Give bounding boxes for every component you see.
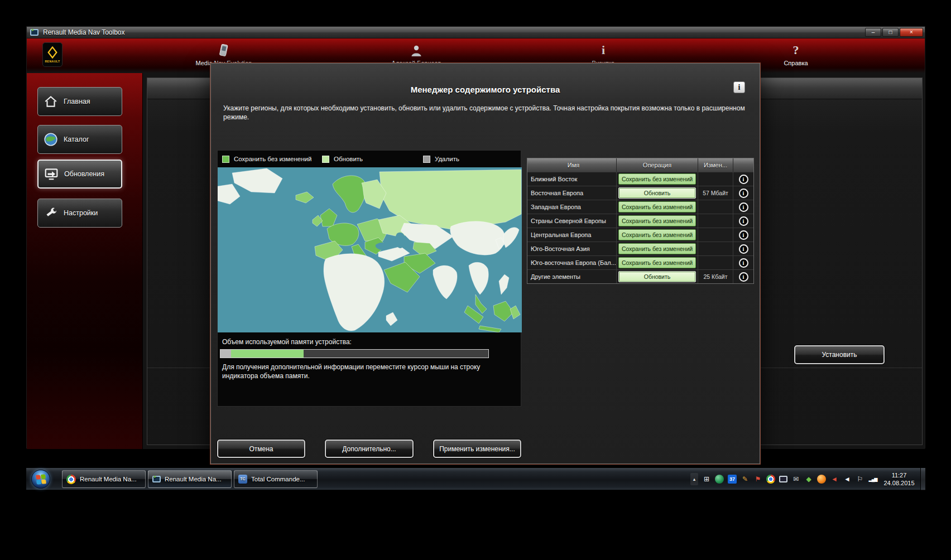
sidebar-item-updates[interactable]: Обновления	[37, 160, 122, 189]
row-info-icon[interactable]: i	[739, 258, 748, 268]
tray-browser-icon[interactable]	[766, 475, 775, 484]
table-row[interactable]: Юго-восточная Европа (Бал... Сохранить б…	[527, 255, 753, 269]
size-cell: 25 Кбайт	[698, 269, 733, 283]
taskbar-item-total-commander[interactable]: TC Total Commande...	[234, 470, 318, 488]
table-row[interactable]: Центральная Европа Сохранить без изменен…	[527, 228, 753, 242]
operation-button[interactable]: Сохранить без изменений	[618, 173, 696, 185]
tray-network-icon[interactable]: ▂▄▆	[868, 475, 877, 484]
app-icon	[30, 29, 39, 36]
row-info-icon[interactable]: i	[739, 272, 748, 282]
table-row[interactable]: Другие элементы Обновить 25 Кбайт i	[527, 269, 753, 283]
operation-button[interactable]: Обновить	[618, 187, 696, 199]
install-button[interactable]: Установить	[794, 345, 885, 364]
size-cell: 57 Мбайт	[698, 186, 733, 200]
tray-windows-icon[interactable]: ⊞	[702, 475, 711, 484]
operation-button[interactable]: Сохранить без изменений	[618, 257, 696, 268]
sidebar-item-label: Каталог	[64, 136, 89, 143]
tray-mail-icon[interactable]: ✉	[791, 475, 800, 484]
region-name-cell: Ближний Восток	[527, 172, 617, 186]
minimize-button[interactable]: –	[865, 28, 881, 37]
size-cell	[698, 172, 733, 186]
tray-display-icon[interactable]	[779, 476, 787, 482]
taskbar-item-label: Renault Media Na...	[165, 476, 222, 482]
hidden-icons-button[interactable]: ▴	[690, 473, 698, 485]
updates-monitor-icon	[44, 167, 59, 181]
tray-orange-app-icon[interactable]	[817, 475, 826, 484]
table-row[interactable]: Западная Европа Сохранить без изменений …	[527, 200, 753, 214]
table-row[interactable]: Юго-Восточная Азия Сохранить без изменен…	[527, 242, 753, 255]
cancel-button[interactable]: Отмена	[217, 440, 305, 458]
keep-swatch-icon	[222, 156, 229, 163]
start-button[interactable]	[31, 470, 50, 489]
sidebar-item-catalog[interactable]: Каталог	[37, 125, 122, 154]
operation-button[interactable]: Сохранить без изменений	[618, 229, 696, 240]
column-header-name: Имя	[527, 158, 617, 172]
tray-muted-speaker-icon[interactable]: ◄	[830, 475, 839, 484]
map-region	[510, 306, 520, 319]
titlebar[interactable]: Renault Media Nav Toolbox – □ ×	[27, 27, 925, 38]
renault-logo: RENAULT	[42, 42, 63, 67]
tray-counter-badge[interactable]: 37	[728, 475, 737, 484]
tray-volume-icon[interactable]: ◄	[843, 475, 852, 484]
row-info-icon[interactable]: i	[739, 230, 748, 240]
sidebar-item-home[interactable]: Главная	[37, 87, 122, 116]
column-header-size: Измен...	[698, 158, 733, 172]
row-info-icon[interactable]: i	[739, 202, 748, 212]
memory-usage-bar[interactable]	[220, 349, 489, 358]
map-region	[469, 262, 488, 295]
sidebar-item-label: Настройки	[64, 209, 98, 217]
map-region	[320, 209, 337, 226]
memory-usage-label: Объем используемой памяти устройства:	[222, 338, 521, 346]
nav-help[interactable]: ? Справка	[746, 41, 846, 66]
maximize-button[interactable]: □	[882, 28, 899, 37]
tray-globe-icon[interactable]	[715, 475, 724, 484]
sidebar-item-settings[interactable]: Настройки	[37, 199, 122, 228]
operation-button[interactable]: Сохранить без изменений	[618, 243, 696, 254]
advanced-button[interactable]: Дополнительно...	[325, 440, 414, 458]
map-region	[386, 312, 397, 326]
memory-hint-text: Для получения дополнительной информации …	[222, 363, 490, 380]
taskbar-item-browser[interactable]: Renault Media Na...	[62, 470, 146, 488]
table-row[interactable]: Страны Северной Европы Сохранить без изм…	[527, 214, 753, 228]
wrench-icon	[44, 206, 58, 220]
region-name-cell: Юго-восточная Европа (Бал...	[527, 255, 617, 269]
nav-label: Справка	[746, 60, 846, 66]
operation-button[interactable]: Сохранить без изменений	[618, 201, 696, 213]
operation-button[interactable]: Сохранить без изменений	[618, 215, 696, 226]
help-icon: ?	[793, 42, 799, 58]
tray-flag-icon[interactable]: ⚑	[753, 475, 762, 484]
renault-diamond-icon	[47, 46, 57, 59]
map-region	[232, 168, 282, 193]
close-button[interactable]: ×	[900, 28, 923, 37]
map-panel: Сохранить без изменений Обновить Удалить	[217, 150, 521, 407]
dialog-title: Менеджер содержимого устройства	[211, 85, 760, 94]
map-region	[493, 301, 513, 321]
map-region	[503, 228, 519, 248]
window-title: Renault Media Nav Toolbox	[43, 28, 125, 36]
size-cell	[698, 255, 733, 269]
tray-pencil-icon[interactable]: ✎	[741, 475, 750, 484]
sidebar: Главная Каталог Обновления	[27, 73, 143, 449]
apply-changes-button[interactable]: Применить изменения...	[433, 440, 521, 458]
table-row[interactable]: Восточная Европа Обновить 57 Мбайт i	[527, 186, 753, 200]
taskbar-item-label: Total Commande...	[251, 476, 305, 482]
taskbar-item-media-nav-toolbox[interactable]: Renault Media Na...	[148, 470, 232, 488]
operation-button[interactable]: Обновить	[618, 271, 696, 282]
row-info-icon[interactable]: i	[739, 175, 748, 184]
row-info-icon[interactable]: i	[739, 216, 748, 226]
size-cell	[698, 200, 733, 214]
table-row[interactable]: Ближний Восток Сохранить без изменений i	[527, 172, 753, 186]
row-info-icon[interactable]: i	[739, 189, 748, 198]
tray-notification-flag-icon[interactable]: ⚐	[856, 475, 864, 484]
row-info-icon[interactable]: i	[739, 244, 748, 254]
renault-logo-text: RENAULT	[45, 60, 60, 63]
region-name-cell: Юго-Восточная Азия	[527, 242, 617, 255]
region-name-cell: Другие элементы	[527, 269, 617, 283]
taskbar-clock[interactable]: 11:27 24.08.2015	[880, 471, 919, 487]
world-map[interactable]	[218, 167, 522, 332]
legend-delete: Удалить	[423, 151, 459, 167]
tray-app-icon[interactable]: ◆	[804, 475, 813, 484]
clock-date: 24.08.2015	[880, 479, 919, 487]
dialog-info-button[interactable]: i	[733, 81, 745, 93]
show-desktop-button[interactable]	[920, 468, 925, 490]
